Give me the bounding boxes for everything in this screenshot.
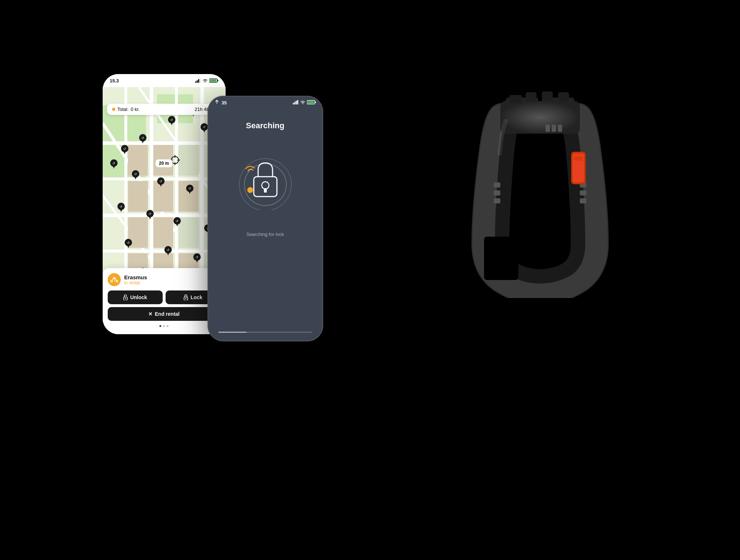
svg-text:↺: ↺ xyxy=(120,205,123,208)
signal-icon xyxy=(195,78,201,83)
status-bar-map: 15.3 xyxy=(103,74,226,87)
x-icon: ✕ xyxy=(148,311,153,317)
svg-marker-61 xyxy=(189,191,191,194)
map-time: 15.3 xyxy=(110,78,119,83)
search-title: Searching xyxy=(246,121,284,130)
unlock-button[interactable]: Unlock xyxy=(108,290,163,304)
svg-text:↺: ↺ xyxy=(176,219,179,223)
svg-rect-135 xyxy=(509,95,522,103)
svg-rect-125 xyxy=(500,101,580,134)
map-pin-15: ↺ xyxy=(124,239,132,248)
dot-1 xyxy=(159,325,161,327)
svg-text:↺: ↺ xyxy=(134,172,137,176)
svg-rect-127 xyxy=(552,125,556,132)
svg-text:↺: ↺ xyxy=(112,161,115,165)
end-rental-label: End rental xyxy=(155,311,179,317)
search-wifi-icon xyxy=(300,100,305,104)
svg-rect-30 xyxy=(153,217,173,248)
svg-marker-49 xyxy=(124,152,126,154)
bottom-card: Erasmus In rental Unlock xyxy=(103,268,226,334)
svg-rect-128 xyxy=(558,125,562,132)
lock-search-svg xyxy=(236,152,294,210)
svg-rect-0 xyxy=(195,81,196,83)
svg-point-115 xyxy=(239,159,291,210)
svg-marker-85 xyxy=(196,260,198,263)
total-left: Total: 0 kr. xyxy=(112,107,140,112)
svg-rect-108 xyxy=(293,103,294,104)
svg-rect-119 xyxy=(264,188,267,193)
svg-marker-52 xyxy=(113,166,115,169)
map-pin-11: ↺ xyxy=(117,203,125,212)
map-pin-6: ↺ xyxy=(110,159,118,169)
bike-name: Erasmus xyxy=(124,274,147,280)
search-subtitle: Searching for lock xyxy=(246,232,284,237)
svg-point-118 xyxy=(262,182,269,189)
svg-marker-55 xyxy=(134,177,137,180)
status-dot xyxy=(112,108,115,111)
map-pin-5: ↺ xyxy=(121,145,129,154)
svg-text:↺: ↺ xyxy=(170,118,173,122)
svg-rect-26 xyxy=(128,181,148,212)
search-signal-icon xyxy=(293,100,299,104)
svg-rect-111 xyxy=(297,100,298,104)
svg-rect-2 xyxy=(198,79,199,83)
svg-text:↺: ↺ xyxy=(159,180,162,183)
total-label: Total: xyxy=(117,107,129,112)
svg-rect-139 xyxy=(494,182,500,188)
map-pin-3: ↺ xyxy=(200,123,208,133)
unlock-label: Unlock xyxy=(130,294,147,300)
svg-rect-113 xyxy=(315,102,316,103)
svg-point-102 xyxy=(114,277,115,279)
dot-3 xyxy=(167,325,168,327)
total-bar: Total: 0 kr. 21h 48m › xyxy=(107,104,221,115)
svg-marker-46 xyxy=(142,141,144,143)
svg-marker-79 xyxy=(127,246,129,248)
svg-point-106 xyxy=(185,298,187,299)
bike-info: Erasmus In rental xyxy=(124,274,147,285)
svg-text:↺: ↺ xyxy=(123,147,126,151)
svg-rect-138 xyxy=(558,92,569,101)
map-pin-4: ↺ xyxy=(139,134,147,143)
svg-rect-140 xyxy=(494,190,500,195)
svg-rect-130 xyxy=(580,190,586,195)
svg-rect-6 xyxy=(210,79,216,82)
notch-pill xyxy=(251,99,280,104)
map-pin-1: ↺ xyxy=(168,116,176,125)
svg-rect-5 xyxy=(217,80,218,81)
lock-device-svg xyxy=(450,81,630,298)
map-pin-9: ↺ xyxy=(186,185,194,194)
signal-arrow xyxy=(215,99,219,104)
svg-rect-131 xyxy=(580,198,586,203)
action-row: Unlock Lock xyxy=(108,290,221,304)
progress-bar-fill xyxy=(218,332,247,333)
distance-value: 20 m xyxy=(159,161,169,166)
svg-rect-136 xyxy=(526,92,536,101)
svg-rect-134 xyxy=(574,156,583,161)
svg-text:↺: ↺ xyxy=(149,212,151,216)
end-rental-button[interactable]: ✕ End rental xyxy=(108,307,221,321)
wifi-icon xyxy=(202,79,208,83)
search-content: Searching xyxy=(208,96,323,341)
svg-point-116 xyxy=(244,164,286,206)
svg-text:↺: ↺ xyxy=(203,125,206,129)
svg-rect-109 xyxy=(294,102,295,104)
svg-rect-117 xyxy=(254,177,277,197)
svg-text:↺: ↺ xyxy=(167,248,170,252)
map-status-icons xyxy=(195,78,218,83)
map-pin-13: ↺ xyxy=(173,217,181,227)
map-pin-16: ↺ xyxy=(164,246,172,255)
search-battery-icon xyxy=(307,100,316,104)
lock-icon xyxy=(183,294,188,300)
svg-text:↺: ↺ xyxy=(196,255,198,259)
svg-marker-58 xyxy=(160,184,162,187)
battery-icon xyxy=(209,78,218,83)
svg-rect-137 xyxy=(542,91,553,100)
search-time: 35 xyxy=(215,99,227,105)
bike-svg-icon xyxy=(110,277,118,283)
svg-marker-70 xyxy=(149,217,151,219)
svg-rect-31 xyxy=(179,217,198,248)
svg-rect-126 xyxy=(546,125,550,132)
map-pin-12: ↺ xyxy=(146,210,154,219)
bike-status: In rental xyxy=(124,280,147,285)
svg-rect-110 xyxy=(296,101,297,104)
